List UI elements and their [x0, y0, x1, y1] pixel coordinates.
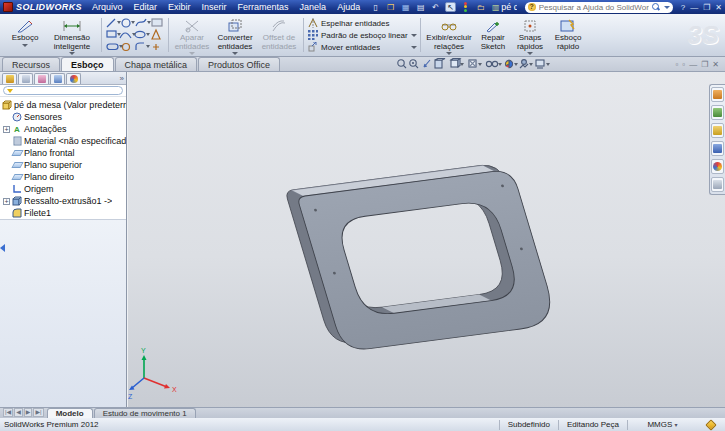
design-library-button[interactable]	[711, 105, 724, 120]
menu-ferramentas[interactable]: Ferramentas	[238, 2, 289, 12]
palette-icon	[713, 144, 722, 153]
help-balloon-icon: ?	[528, 3, 536, 11]
linear-pattern-caret-icon[interactable]	[411, 34, 417, 37]
help-button[interactable]: ?	[681, 3, 685, 12]
help-search-box[interactable]: ?	[525, 2, 673, 13]
custom-properties-button[interactable]	[711, 177, 724, 192]
new-document-icon[interactable]: ▯	[370, 2, 381, 12]
menu-editar[interactable]: Editar	[134, 2, 158, 12]
tab-recursos[interactable]: Recursos	[2, 57, 60, 71]
arc-tool-icon	[120, 33, 131, 38]
tree-root[interactable]: pé da mesa (Valor predeterminado	[2, 99, 126, 111]
tab-chapa-metalica[interactable]: Chapa metálica	[115, 57, 198, 71]
graphics-viewport[interactable]: Y X Z	[128, 72, 725, 407]
sketch-entities-grid[interactable]	[105, 17, 165, 54]
smart-dimension-button[interactable]: Dimensão inteligente	[46, 15, 98, 55]
convert-entities-button[interactable]: Converter entidades	[212, 15, 258, 55]
tree-filter-input[interactable]	[3, 86, 123, 95]
heads-up-view-toolbar[interactable]	[281, 57, 675, 71]
featuremanager-tab[interactable]	[2, 73, 17, 84]
dassault-watermark: 3S	[687, 20, 719, 51]
quick-snaps-button[interactable]: Snaps rápidos	[512, 15, 548, 55]
mdi-restore-icon[interactable]: ❐	[701, 60, 708, 69]
menu-janela[interactable]: Janela	[300, 2, 327, 12]
smart-dimension-caret-icon[interactable]	[69, 52, 75, 55]
view-palette-button[interactable]	[711, 141, 724, 156]
convert-caret-icon[interactable]	[232, 52, 238, 55]
dimxpertmanager-tab[interactable]	[50, 73, 65, 84]
quick-snaps-caret-icon[interactable]	[527, 52, 533, 55]
model-tab[interactable]: Modelo	[47, 408, 93, 418]
tree-item-ressalto-extrusao[interactable]: + Ressalto-extrusão1 ->	[2, 195, 126, 207]
close-button[interactable]: ✕	[715, 3, 722, 12]
configurationmanager-tab[interactable]	[34, 73, 49, 84]
select-tool-icon[interactable]: ↖	[445, 2, 456, 12]
sketch-icon	[15, 17, 35, 34]
tree-item-plano-superior[interactable]: Plano superior	[2, 159, 126, 171]
search-caret-icon[interactable]	[664, 6, 670, 9]
tab-produtos-office[interactable]: Produtos Office	[198, 57, 280, 71]
tab-esboco[interactable]: Esboço	[61, 57, 114, 71]
mdi-next-icon[interactable]: ▫	[682, 60, 685, 69]
rebuild-traffic-light-icon[interactable]	[460, 2, 471, 12]
move-entities-button[interactable]: Mover entidades	[307, 42, 417, 53]
restore-button[interactable]: ❐	[703, 3, 710, 12]
properties-icon	[713, 180, 722, 189]
file-explorer-button[interactable]	[711, 123, 724, 138]
tree-item-origem[interactable]: Origem	[2, 183, 126, 195]
mdi-prev-icon[interactable]: ▫	[675, 60, 678, 69]
move-entities-caret-icon[interactable]	[411, 46, 417, 49]
line-tool-icon	[107, 19, 115, 27]
tree-item-sensores[interactable]: Sensores	[2, 111, 126, 123]
undo-icon[interactable]: ↶	[430, 2, 441, 12]
expander-icon[interactable]: +	[3, 198, 10, 205]
open-icon[interactable]: ❒	[385, 2, 396, 12]
linear-pattern-icon	[307, 30, 318, 40]
file-properties-icon[interactable]: 🗀	[475, 2, 486, 12]
tree-item-plano-frontal[interactable]: Plano frontal	[2, 147, 126, 159]
mdi-window-controls: ▫ ▫ — ❐ ✕	[675, 60, 719, 69]
tree-item-anotacoes[interactable]: + A Anotações	[2, 123, 126, 135]
display-delete-relations-button[interactable]: Exibir/excluir relações	[424, 15, 474, 55]
repair-sketch-button[interactable]: Repair Sketch	[474, 15, 512, 55]
menu-ajuda[interactable]: Ajuda	[337, 2, 360, 12]
origin-triad: Y X Z	[128, 347, 177, 400]
appearance-ball-icon	[713, 162, 722, 171]
rapid-sketch-button[interactable]: Esboço rápido	[548, 15, 588, 55]
displaymanager-tab[interactable]	[66, 73, 81, 84]
part-front-face[interactable]	[297, 169, 559, 352]
tab-scroll-buttons[interactable]: |◀◀▶▶|	[3, 408, 44, 417]
menu-exibir[interactable]: Exibir	[168, 2, 191, 12]
appearances-button[interactable]	[711, 159, 724, 174]
search-input[interactable]	[539, 3, 649, 12]
edit-mode-label: Editando Peça	[558, 420, 627, 430]
menu-arquivo[interactable]: Arquivo	[92, 2, 123, 12]
solidworks-resources-button[interactable]	[711, 87, 724, 102]
mdi-minimize-icon[interactable]: —	[689, 60, 697, 69]
tree-item-material[interactable]: Material <não especificado>	[2, 135, 126, 147]
menu-inserir[interactable]: Inserir	[202, 2, 227, 12]
mirror-entities-button[interactable]: Espelhar entidades	[307, 18, 417, 29]
panel-tabs-overflow-icon[interactable]: »	[120, 74, 124, 83]
view-settings-icon	[536, 60, 544, 68]
tags-icon[interactable]	[705, 419, 716, 430]
sketch-caret-icon[interactable]	[22, 44, 28, 47]
save-icon[interactable]: ▦	[400, 2, 411, 12]
propertymanager-tab[interactable]	[18, 73, 33, 84]
relations-caret-icon[interactable]	[446, 52, 452, 55]
motion-study-tab[interactable]: Estudo de movimento 1	[94, 408, 196, 418]
print-icon[interactable]: ▤	[415, 2, 426, 12]
part-canvas[interactable]: Y X Z	[128, 72, 725, 407]
tree-item-filete[interactable]: Filete1	[2, 207, 126, 219]
sketch-button[interactable]: Esboço	[4, 15, 46, 55]
options-icon[interactable]: ▥	[490, 2, 501, 12]
tree-item-plano-direito[interactable]: Plano direito	[2, 171, 126, 183]
plane-icon	[12, 160, 22, 170]
units-selector[interactable]: MMGS ▾	[627, 420, 697, 430]
expander-icon[interactable]: +	[3, 126, 10, 133]
search-icon[interactable]	[652, 3, 661, 12]
panel-collapse-icon[interactable]	[0, 244, 5, 252]
minimize-button[interactable]: —	[690, 3, 698, 12]
mdi-close-icon[interactable]: ✕	[712, 60, 719, 69]
linear-sketch-pattern-button[interactable]: Padrão de esboço linear	[307, 30, 417, 41]
